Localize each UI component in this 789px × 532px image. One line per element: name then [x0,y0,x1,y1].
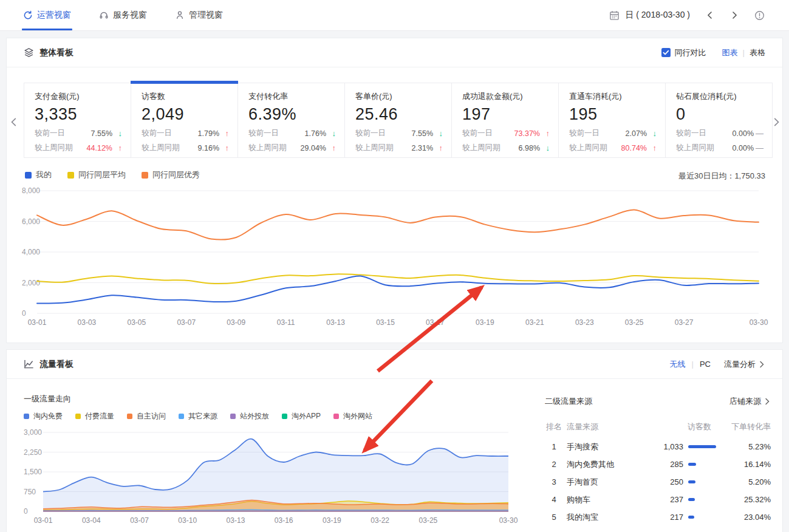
overview-title-group: 整体看板 [24,47,73,58]
svg-text:8,000: 8,000 [22,186,40,195]
wireless-tab[interactable]: 无线 [670,359,686,370]
legend-item[interactable]: 付费流量 [75,411,114,421]
svg-text:03-19: 03-19 [476,318,494,327]
up-arrow-icon: ↑ [112,143,122,152]
kpi-metric-value: 2.07% [626,129,647,138]
svg-text:03-17: 03-17 [426,318,445,327]
legend-item[interactable]: 同行同层优秀 [142,169,200,180]
peer-compare-toggle[interactable]: 同行对比 [661,47,706,58]
kpi-metric-label: 较上周同期 [355,143,394,153]
legend-item[interactable]: 我的 [25,169,52,180]
kpi-metric-label: 较前一日 [248,128,279,138]
up-arrow-icon: ↑ [326,143,336,152]
tab-label: 管理视窗 [189,10,223,21]
headset-icon [99,10,109,20]
legend-item[interactable]: 其它来源 [179,411,217,421]
legend-item[interactable]: 淘内免费 [24,411,63,421]
kpi-metric-value: 1.76% [305,129,326,138]
row-visitors-bar [688,480,695,483]
kpi-card-2[interactable]: 访客数2,049较前一日1.79%↑较上周同期9.16%↑ [131,83,238,157]
legend-swatch [230,414,236,419]
legend-item[interactable]: 自主访问 [127,411,166,421]
kpi-metric-row: 较前一日73.37%↑ [462,128,550,138]
pc-tab[interactable]: PC [700,360,711,369]
svg-text:4,000: 4,000 [22,248,40,256]
row-visitors-bar-box [683,445,716,448]
row-visitors-bar [688,516,694,519]
tab-operations-view[interactable]: 运营视窗 [23,0,71,30]
kpi-metric-value: 2.31% [412,144,433,152]
kpi-metric-label: 较前一日 [142,128,172,138]
row-visitors-bar [688,463,696,466]
svg-text:03-16: 03-16 [275,516,293,525]
kpi-card-title: 成功退款金额(元) [462,91,550,102]
legend-label: 淘外APP [292,411,321,421]
tab-management-view[interactable]: 管理视窗 [175,0,223,30]
kpi-card-5[interactable]: 成功退款金额(元)197较前一日73.37%↑较上周同期6.98%↓ [452,83,559,157]
kpi-card-3[interactable]: 支付转化率6.39%较前一日1.76%↓较上周同期29.04%↑ [238,83,345,157]
kpi-card-6[interactable]: 直通车消耗(元)195较前一日2.07%↓较上周同期80.74%↑ [559,83,666,157]
info-icon[interactable] [754,10,765,21]
kpi-metric-value: 6.98% [519,144,540,152]
svg-text:03-04: 03-04 [82,516,101,525]
legend-label: 淘外网站 [343,411,372,421]
shop-source-label: 店铺来源 [729,396,761,407]
kpi-metric-row: 较上周同期9.16%↑ [142,143,229,153]
kpi-card-4[interactable]: 客单价(元)25.46较前一日7.55%↓较上周同期2.31%↑ [345,83,452,157]
kpi-cards-strip: 支付金额(元)3,335较前一日7.55%↓较上周同期44.12%↑访客数2,0… [24,83,773,158]
svg-text:1,500: 1,500 [24,468,42,476]
view-table-button[interactable]: 表格 [750,47,765,58]
legend-item[interactable]: 淘外APP [282,411,321,421]
tab-service-view[interactable]: 服务视窗 [99,0,147,30]
date-label: 日 ( 2018-03-30 ) [625,10,690,21]
kpi-card-value: 25.46 [355,105,443,124]
row-visitors: 250 [649,477,683,486]
kpi-card-value: 2,049 [142,105,229,124]
row-conversion: 25.32% [716,495,771,504]
svg-text:03-15: 03-15 [376,318,395,327]
table-row: 5我的淘宝21723.04% [545,508,771,526]
down-arrow-icon: ↓ [112,129,122,138]
row-visitors-bar [688,445,716,448]
row-conversion: 5.23% [716,442,771,451]
svg-text:03-22: 03-22 [371,516,389,525]
kpi-metric-value: 0.00% [733,144,754,152]
table-row: 3手淘首页2505.20% [545,473,771,491]
shop-source-link[interactable]: 店铺来源 [729,396,771,407]
panel-title: 整体看板 [39,47,73,58]
row-visitors-bar-box [683,498,716,501]
date-prev-icon[interactable] [706,11,714,19]
kpi-card-7[interactable]: 钻石展位消耗(元)0较前一日0.00%—较上周同期0.00%— [666,83,772,157]
flow-area-chart: 07501,5002,2503,00003-0103-0403-0703-100… [19,423,523,532]
kpi-metric-row: 较前一日7.55%↓ [355,128,443,138]
legend-label: 其它来源 [188,411,217,421]
legend-item[interactable]: 淘外网站 [333,411,372,421]
main-trend-chart: 02,0004,0006,0008,00003-0103-0303-0503-0… [19,183,775,336]
cards-next-icon[interactable] [771,117,781,127]
panel-title: 流量看板 [39,359,73,370]
row-rank: 1 [545,442,563,451]
row-source-name: 我的淘宝 [567,512,649,523]
legend-item[interactable]: 同行同层平均 [67,169,126,180]
date-next-icon[interactable] [730,11,739,19]
traffic-panel: 流量看板 无线 | PC 流量分析 一级流量走向 淘内免费付费流量自主访问其它来… [6,349,783,532]
svg-text:03-13: 03-13 [326,318,345,327]
row-visitors-bar-box [683,463,716,466]
svg-text:03-21: 03-21 [525,318,544,327]
view-chart-button[interactable]: 图表 [722,47,738,58]
kpi-card-title: 客单价(元) [355,91,443,102]
kpi-metric-row: 较上周同期2.31%↑ [355,143,443,153]
sync-icon [23,10,33,20]
traffic-analysis-link[interactable]: 流量分析 [724,359,765,370]
svg-text:3,000: 3,000 [24,428,42,437]
kpi-metric-row: 较上周同期0.00%— [676,143,763,153]
kpi-metric-row: 较前一日2.07%↓ [569,128,657,138]
date-picker[interactable]: 日 ( 2018-03-30 ) [609,10,690,21]
table-row: 1手淘搜索1,0335.23% [545,438,771,455]
legend-item[interactable]: 站外投放 [230,411,269,421]
svg-text:03-11: 03-11 [277,318,295,327]
cards-prev-icon[interactable] [9,117,19,127]
col-conv-header: 下单转化率 [716,421,771,432]
row-visitors-bar-box [683,516,716,519]
kpi-card-1[interactable]: 支付金额(元)3,335较前一日7.55%↓较上周同期44.12%↑ [24,83,131,157]
